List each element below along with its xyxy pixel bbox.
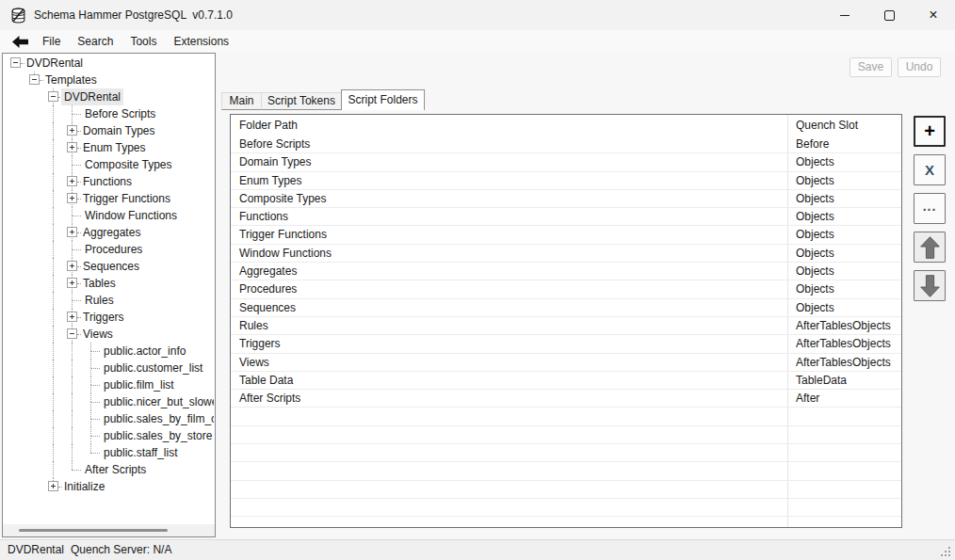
collapse-icon[interactable] (48, 91, 58, 102)
quench-slot-cell[interactable]: Before (787, 136, 901, 152)
tree-node-row[interactable]: Composite Types (3, 156, 214, 173)
menu-item-file[interactable]: File (34, 30, 69, 53)
folder-path-cell[interactable]: Procedures (231, 280, 787, 297)
tree-horizontal-scrollbar[interactable] (3, 524, 215, 536)
tree-node-label[interactable]: DVDRental (61, 88, 123, 105)
table-row[interactable]: RulesAfterTablesObjects (231, 317, 901, 335)
tab-main[interactable]: Main (221, 92, 262, 110)
menu-item-extensions[interactable]: Extensions (165, 30, 237, 53)
tree-node-row[interactable]: public.sales_by_store (3, 427, 214, 444)
quench-slot-cell[interactable]: AfterTablesObjects (787, 354, 901, 371)
tree-node-label[interactable]: Triggers (80, 309, 127, 326)
tree-node-row[interactable]: public.staff_list (3, 444, 214, 461)
tree-node-label[interactable]: Sequences (80, 258, 142, 275)
quench-slot-cell[interactable]: Objects (787, 280, 901, 297)
resize-grip[interactable] (948, 554, 950, 556)
tree-node-label[interactable]: DVDRental (24, 55, 86, 72)
tree-node-row[interactable]: Initialize (3, 478, 214, 495)
tree-node-row[interactable]: DVDRental (3, 88, 214, 105)
tree-node-row[interactable]: Procedures (3, 241, 214, 258)
table-row[interactable]: ViewsAfterTablesObjects (231, 354, 901, 372)
table-row[interactable]: TriggersAfterTablesObjects (231, 335, 901, 353)
column-header-folder-path[interactable]: Folder Path (231, 115, 787, 136)
tree-node-label[interactable]: public.sales_by_store (101, 427, 214, 444)
quench-slot-cell[interactable]: AfterTablesObjects (787, 317, 901, 334)
tree-node-row[interactable]: public.customer_list (3, 360, 214, 376)
quench-slot-cell[interactable] (787, 426, 901, 443)
folder-path-cell[interactable]: Window Functions (231, 245, 787, 262)
tree-node-label[interactable]: public.actor_info (101, 343, 188, 360)
tree-node-label[interactable]: Initialize (61, 478, 107, 495)
tree-node-row[interactable]: Tables (3, 275, 214, 292)
tree-node-row[interactable]: Before Scripts (3, 105, 214, 122)
expand-icon[interactable] (67, 312, 77, 322)
tree-node-label[interactable]: Tables (80, 275, 119, 292)
table-row[interactable]: Composite TypesObjects (231, 190, 901, 208)
tree-node-label[interactable]: Window Functions (82, 207, 180, 224)
tree-node-label[interactable]: Functions (80, 173, 135, 190)
tree-node-label[interactable]: After Scripts (82, 461, 149, 478)
folder-path-cell[interactable]: Table Data (231, 372, 787, 389)
table-row[interactable]: After ScriptsAfter (231, 390, 901, 408)
tree-node-row[interactable]: public.actor_info (3, 343, 214, 360)
folder-path-cell[interactable] (231, 426, 787, 443)
table-row[interactable]: Table DataTableData (231, 372, 901, 390)
move-down-button[interactable] (914, 270, 946, 301)
quench-slot-cell[interactable]: AfterTablesObjects (787, 335, 901, 352)
quench-slot-cell[interactable]: Objects (787, 190, 901, 207)
tree-node-label[interactable]: public.nicer_but_slower (101, 393, 214, 410)
expand-icon[interactable] (48, 481, 58, 491)
expand-icon[interactable] (67, 193, 77, 203)
tree-node-label[interactable]: Views (80, 326, 116, 343)
tree-node-row[interactable]: DVDRental (3, 55, 214, 72)
tree-node-row[interactable]: public.film_list (3, 376, 214, 393)
tree-node-label[interactable]: public.staff_list (101, 444, 181, 461)
tree-node-row[interactable]: Templates (3, 72, 214, 88)
quench-slot-cell[interactable]: Objects (787, 208, 901, 225)
table-empty-row[interactable] (231, 499, 901, 517)
tree-node-row[interactable]: Aggregates (3, 224, 214, 241)
tree-node-label[interactable]: public.film_list (101, 376, 177, 393)
table-row[interactable]: Trigger FunctionsObjects (231, 226, 901, 244)
folder-path-cell[interactable] (231, 462, 787, 479)
tree-node-label[interactable]: public.sales_by_film_cat (101, 410, 214, 427)
table-row[interactable]: FunctionsObjects (231, 208, 901, 226)
folder-path-cell[interactable]: Functions (231, 208, 787, 225)
folder-path-cell[interactable] (231, 408, 787, 424)
table-row[interactable]: Before ScriptsBefore (231, 136, 901, 153)
folder-path-cell[interactable] (231, 481, 787, 498)
folder-path-cell[interactable]: Trigger Functions (231, 226, 787, 243)
save-button[interactable]: Save (850, 57, 892, 77)
tree-node-row[interactable]: public.sales_by_film_cat (3, 410, 214, 427)
table-row[interactable]: AggregatesObjects (231, 263, 901, 280)
tree-node-label[interactable]: Templates (42, 72, 100, 88)
minimize-button[interactable] (823, 0, 866, 30)
folder-path-cell[interactable]: Triggers (231, 335, 787, 352)
folder-path-cell[interactable]: Before Scripts (231, 136, 787, 152)
folder-path-cell[interactable] (231, 517, 787, 528)
tree-node-label[interactable]: Domain Types (80, 122, 157, 139)
table-empty-row[interactable] (231, 481, 901, 499)
tree-node-row[interactable]: Enum Types (3, 139, 214, 156)
quench-slot-cell[interactable] (787, 444, 901, 461)
table-empty-row[interactable] (231, 426, 901, 444)
expand-icon[interactable] (67, 125, 77, 136)
tree-node-row[interactable]: Sequences (3, 258, 214, 275)
table-row[interactable]: Domain TypesObjects (231, 153, 901, 171)
tree-node-row[interactable]: public.nicer_but_slower (3, 393, 214, 410)
tree-node-label[interactable]: Aggregates (80, 224, 143, 241)
expand-icon[interactable] (67, 142, 77, 152)
table-row[interactable]: SequencesObjects (231, 299, 901, 317)
quench-slot-cell[interactable]: Objects (787, 153, 901, 170)
folder-path-cell[interactable]: After Scripts (231, 390, 787, 407)
tree-node-label[interactable]: Enum Types (80, 139, 148, 156)
tree-node-row[interactable]: Functions (3, 173, 214, 190)
move-up-button[interactable] (914, 232, 946, 263)
table-row[interactable]: ProceduresObjects (231, 280, 901, 298)
folder-path-cell[interactable]: Sequences (231, 299, 787, 316)
quench-slot-cell[interactable]: Objects (787, 263, 901, 280)
quench-slot-cell[interactable] (787, 462, 901, 479)
undo-button[interactable]: Undo (898, 57, 941, 77)
table-empty-row[interactable] (231, 462, 901, 480)
folder-path-cell[interactable]: Aggregates (231, 263, 787, 280)
